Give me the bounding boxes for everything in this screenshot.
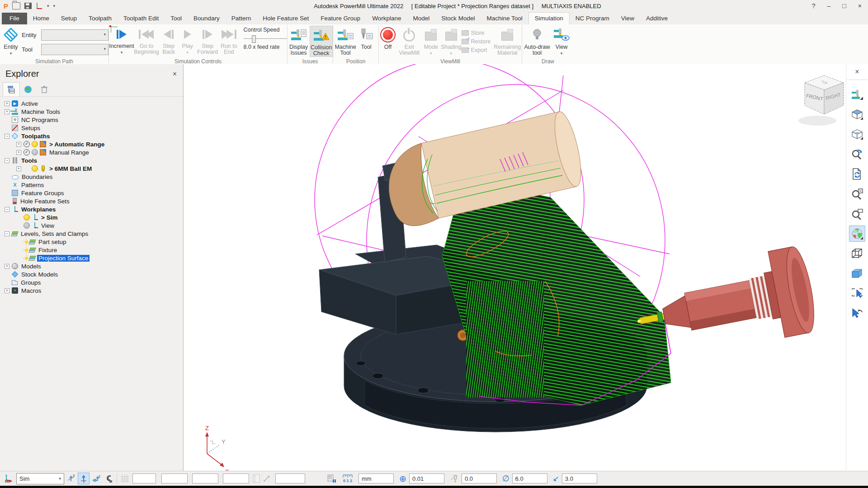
minus-expander-icon[interactable]: − [5,231,9,236]
grid-button[interactable] [121,474,129,483]
minus-expander-icon[interactable]: − [5,134,9,139]
plus-expander-icon[interactable]: + [5,288,9,293]
tree-item-part-setup[interactable]: Part setup [0,238,183,246]
viewport-3d[interactable]: FRONT RIGHT TOP Z Y X [184,64,846,471]
tab-setup[interactable]: Setup [55,13,83,24]
minus-expander-icon[interactable]: − [5,207,9,212]
thickness-field[interactable]: 0.0 [462,474,497,483]
workplane-quick-icon[interactable] [36,3,43,9]
chevron-down-icon[interactable]: ▾ [47,4,49,8]
tree-item-toolpaths[interactable]: −Toolpaths [0,132,183,140]
entity-select[interactable]: ▾ [41,29,108,41]
tool-position-button[interactable]: Tool [358,26,375,50]
minimize-button[interactable]: – [827,2,831,9]
viewmill-off-button[interactable]: Off [379,26,397,50]
tree-item-fixture[interactable]: Fixture [0,246,183,254]
minus-expander-icon[interactable]: − [5,158,9,163]
zoom-window-icon[interactable] [849,206,865,222]
draw-view-button[interactable]: View ▾ [552,26,571,56]
close-button[interactable]: × [858,2,862,9]
plus-expander-icon[interactable]: + [5,264,9,269]
axis-z-button[interactable]: Z [90,473,102,484]
tree-item-patterns[interactable]: XPatterns [0,181,183,189]
tree-item-workplanes[interactable]: −Workplanes [0,205,183,213]
plus-expander-icon[interactable]: + [5,101,9,106]
tab-pattern[interactable]: Pattern [226,13,257,24]
restore-button[interactable]: ↺Restore [462,38,493,45]
measure-field[interactable] [275,474,305,483]
viewmill-shading-button[interactable]: Shading ▾ [440,26,462,56]
z-coordinate-field[interactable] [223,474,249,483]
tab-workplane[interactable]: Workplane [366,13,407,24]
view-top-icon[interactable] [849,106,865,122]
tab-additive[interactable]: Additive [640,13,674,24]
tab-toolpath-edit[interactable]: Toolpath Edit [118,13,165,24]
run-to-end-button[interactable]: Run to End [219,26,239,55]
tolerance-field[interactable]: 0.01 [409,474,444,483]
tree-item-sim[interactable]: > Sim [0,213,183,221]
store-button[interactable]: ▫Store [462,29,493,37]
tree-item-projection-surface[interactable]: Projection Surface [0,254,183,262]
tree-item-groups[interactable]: Groups [0,278,183,286]
tab-machine-tool[interactable]: Machine Tool [481,13,528,24]
tree-item-active[interactable]: +▶Active [0,99,183,108]
tab-boundary[interactable]: Boundary [188,13,226,24]
tree-item-hole-feature-sets[interactable]: Hole Feature Sets [0,197,183,205]
tab-simulation[interactable]: Simulation [528,12,570,24]
tree-item-levels-sets-and-clamps[interactable]: −Levels, Sets and Clamps [0,230,183,238]
entity-button[interactable]: Entity ▾ [0,26,22,56]
tree-item-view[interactable]: View [0,221,183,230]
tab-home[interactable]: Home [27,13,55,24]
exit-viewmill-button[interactable]: Exit ViewMill [397,26,421,56]
auto-draw-tool-button[interactable]: Auto-draw tool [522,26,552,56]
undo-select-icon[interactable] [849,305,865,321]
x-coordinate-field[interactable] [161,474,188,483]
solid-view-icon[interactable] [849,265,865,282]
customize-toolbar-icon[interactable]: ▾ [53,4,56,8]
zoom-rotate-icon[interactable] [849,146,865,162]
recycle-bin-icon[interactable] [36,83,52,96]
tab-nc-program[interactable]: NC Program [570,13,615,24]
plus-expander-icon[interactable]: + [16,166,21,171]
view-cube[interactable]: FRONT RIGHT TOP [798,75,844,126]
tree-item-boundaries[interactable]: Boundaries [0,173,183,181]
tree-view-button[interactable] [3,82,20,96]
machine-tool-position-button[interactable]: Machine Tool [333,26,358,56]
plus-expander-icon[interactable]: + [16,150,21,155]
tree-item-feature-groups[interactable]: Feature Groups [0,189,183,197]
tab-view[interactable]: View [615,13,640,24]
tree-item-setups[interactable]: Setups [0,124,183,132]
axis-y-button[interactable]: Y [78,473,90,484]
viewport-close-icon[interactable]: × [855,64,859,80]
machine-tool-icon[interactable] [849,86,865,103]
axis-x-button[interactable]: X [65,473,77,484]
tab-model[interactable]: Model [407,13,435,24]
units-field[interactable]: mm [359,474,394,483]
tree-item-models[interactable]: +Models [0,262,183,270]
tab-hole-feature-set[interactable]: Hole Feature Set [257,13,315,24]
clamp-icon[interactable] [105,474,113,483]
collision-check-button[interactable]: ! Collision Check [310,26,333,57]
maximize-button[interactable]: □ [842,2,846,9]
plus-expander-icon[interactable]: + [16,142,21,147]
tab-feature-group[interactable]: Feature Group [315,13,366,24]
tree-item-macros[interactable]: +>Macros [0,286,183,295]
step-back-button[interactable]: Step Back [159,26,179,55]
open-project-icon[interactable] [12,2,20,9]
tree-item-automatic-range[interactable]: +✓> Automatic Range [0,140,183,148]
web-view-button[interactable] [20,83,36,96]
increment-button[interactable]: Increment ▾ [109,26,134,56]
shaded-view-icon[interactable] [849,225,865,242]
export-button[interactable]: →Export [462,47,493,54]
tab-file[interactable]: File [2,13,27,24]
active-workplane-select[interactable]: Sim ▾ [16,473,64,484]
remaining-material-button[interactable]: Remaining Material [493,26,522,56]
tab-tool[interactable]: Tool [165,13,188,24]
tree-item-tools[interactable]: −Tools [0,156,183,164]
plus-expander-icon[interactable]: + [5,109,9,114]
powermill-logo-icon[interactable]: P [4,2,8,10]
tool-diameter-field[interactable]: 6.0 [512,474,547,483]
tree-item-6mm-ball-em[interactable]: +> 6MM Ball EM [0,164,183,173]
wireframe-view-icon[interactable] [849,245,865,262]
tree-item-manual-range[interactable]: +✓Manual Range [0,148,183,156]
